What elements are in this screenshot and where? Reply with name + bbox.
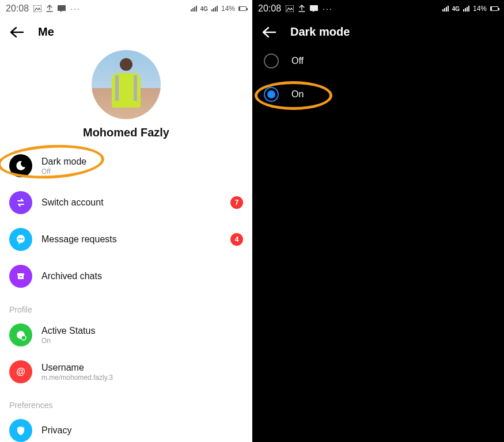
svg-rect-6 [17, 273, 24, 275]
battery-icon [490, 6, 498, 11]
row-switch-account[interactable]: Switch account 7 [0, 184, 252, 221]
svg-rect-1 [58, 5, 66, 11]
network-label: 4G [452, 6, 460, 12]
battery-text: 14% [221, 5, 235, 13]
signal-icon [191, 6, 197, 12]
status-bar: 20:08 ··· 4G 14% [252, 0, 504, 17]
row-label: Active Status [41, 326, 243, 336]
svg-rect-13 [310, 5, 318, 11]
row-sub: On [41, 337, 243, 345]
section-profile: Profile [0, 295, 252, 317]
row-archived-chats[interactable]: Archived chats [0, 258, 252, 295]
row-sub: Off [41, 167, 243, 176]
row-username[interactable]: @ Username m.me/mohomed.fazly.3 [0, 353, 252, 390]
svg-point-10 [21, 336, 26, 340]
radio-on[interactable]: On [252, 78, 504, 111]
at-icon: @ [9, 360, 32, 383]
more-icon: ··· [70, 4, 81, 13]
radio-button[interactable] [264, 87, 279, 102]
svg-point-4 [20, 238, 21, 239]
phone-dark: 20:08 ··· 4G 14% Dark mode Off [252, 0, 504, 442]
app-header: Me [0, 17, 252, 44]
profile-section: Mohomed Fazly [0, 44, 252, 147]
more-icon: ··· [323, 4, 333, 13]
active-status-icon [9, 323, 32, 346]
status-right: 4G 14% [442, 5, 498, 13]
status-left: 20:08 ··· [6, 3, 81, 14]
signal-icon-2 [211, 6, 218, 12]
svg-rect-8 [20, 276, 22, 277]
row-label: Username [41, 363, 243, 373]
message-icon [9, 228, 32, 251]
row-label: Privacy [41, 425, 243, 436]
svg-text:@: @ [16, 367, 25, 376]
svg-rect-0 [33, 5, 41, 12]
badge: 4 [230, 233, 243, 246]
upload-icon [298, 5, 305, 13]
moon-icon [9, 154, 32, 177]
radio-off[interactable]: Off [252, 44, 504, 78]
row-dark-mode[interactable]: Dark mode Off [0, 147, 252, 184]
gallery-icon [33, 5, 41, 12]
chat-icon [58, 5, 66, 12]
row-message-requests[interactable]: Message requests 4 [0, 221, 252, 258]
app-header: Dark mode [252, 17, 504, 44]
page-title: Dark mode [290, 25, 350, 39]
gallery-icon [286, 5, 294, 12]
badge: 7 [230, 196, 243, 209]
phone-light: 20:08 ··· 4G 14% Me [0, 0, 252, 442]
row-label: Message requests [41, 234, 221, 245]
radio-button[interactable] [264, 54, 279, 68]
row-sub: m.me/mohomed.fazly.3 [41, 374, 243, 382]
avatar[interactable] [92, 50, 161, 119]
row-label: Dark mode [41, 157, 243, 167]
row-privacy[interactable]: Privacy [0, 412, 252, 442]
signal-icon-2 [463, 6, 469, 12]
row-active-status[interactable]: Active Status On [0, 317, 252, 353]
status-time: 20:08 [6, 3, 29, 14]
status-time: 20:08 [258, 3, 281, 14]
radio-label: Off [291, 56, 304, 66]
battery-text: 14% [473, 5, 487, 13]
archive-icon [9, 265, 32, 288]
svg-point-5 [22, 238, 23, 239]
status-bar: 20:08 ··· 4G 14% [0, 0, 252, 17]
row-label: Switch account [41, 197, 221, 208]
radio-label: On [291, 89, 304, 100]
chat-icon [310, 5, 318, 12]
back-button[interactable] [9, 26, 24, 39]
page-title: Me [38, 25, 54, 39]
signal-icon [442, 6, 449, 12]
status-left: 20:08 ··· [258, 3, 333, 14]
profile-name: Mohomed Fazly [0, 126, 252, 139]
row-label: Archived chats [41, 271, 243, 281]
status-right: 4G 14% [191, 5, 247, 13]
section-preferences: Preferences [0, 390, 252, 412]
svg-point-3 [18, 238, 20, 239]
avatar-person [110, 58, 142, 111]
upload-icon [46, 5, 53, 13]
switch-account-icon [9, 191, 32, 214]
shield-icon [9, 419, 32, 442]
svg-rect-12 [286, 5, 294, 12]
back-button[interactable] [262, 26, 276, 39]
network-label: 4G [200, 6, 208, 12]
battery-icon [238, 6, 247, 11]
